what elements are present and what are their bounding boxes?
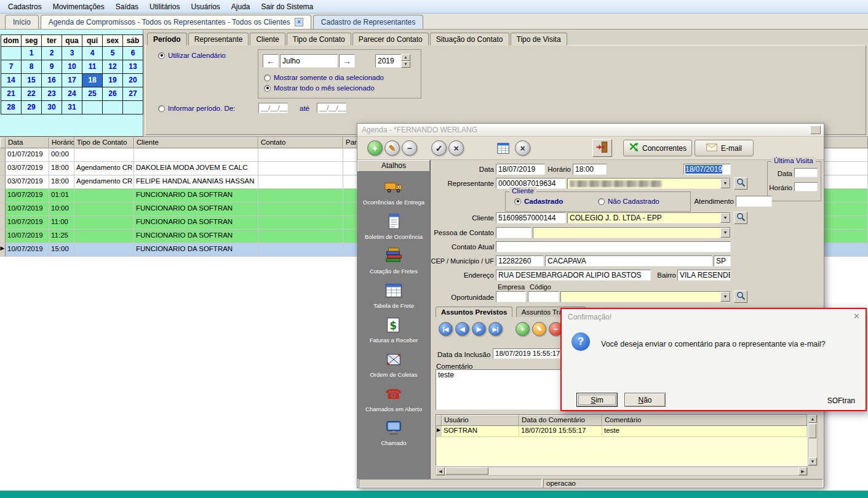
appointments-column-cliente[interactable]: Cliente	[134, 137, 258, 148]
calendar-day-29[interactable]: 29	[22, 101, 42, 114]
filter-tab-tipo-de-visita[interactable]: Tipo de Visita	[511, 33, 567, 46]
bairro-field[interactable]: VILA RESENDE	[677, 270, 731, 281]
cep-field[interactable]: 12282260	[496, 255, 544, 267]
calendar-day-26[interactable]: 26	[103, 87, 123, 101]
nao-cadastrado-radio[interactable]: Não Cadastrado	[598, 198, 659, 205]
dialog-close-icon[interactable]: ×	[854, 311, 859, 322]
calendar-day-3[interactable]: 3	[62, 47, 82, 60]
inform-period-radio[interactable]: Informar período. De:	[158, 105, 235, 112]
edit-comment-button[interactable]: ✎	[532, 322, 546, 336]
appointments-column-horario[interactable]: Horário	[49, 137, 74, 148]
next-month-button[interactable]: →	[339, 54, 355, 68]
calendar-day-31[interactable]: 31	[62, 101, 82, 114]
scroll-left-icon[interactable]: ◀	[436, 467, 445, 475]
oportunidade-search-button[interactable]	[734, 291, 747, 303]
shortcut-tabela-de-frete[interactable]: Tabela de Frete	[357, 281, 430, 310]
calendar-day-17[interactable]: 17	[62, 74, 82, 87]
calendar-day-1[interactable]: 1	[22, 47, 42, 60]
shortcut-boletim-de-ocorrencia[interactable]: Boletim de Ocorrência	[357, 212, 430, 241]
calendar-day-13[interactable]: 13	[123, 60, 143, 74]
comments-hscrollbar[interactable]: ◀ ▶	[436, 467, 808, 476]
no-button[interactable]: Não	[624, 393, 666, 407]
menu-item-utilitarios[interactable]: Utilitários	[144, 1, 185, 13]
vscroll-thumb[interactable]	[808, 424, 816, 438]
scroll-down-icon[interactable]: ▼	[808, 457, 817, 465]
municipio-field[interactable]: CACAPAVA	[545, 255, 712, 267]
appointments-column-contato[interactable]: Contato	[258, 137, 343, 148]
dropdown-arrow-icon[interactable]: ▼	[720, 228, 730, 238]
period-start-input[interactable]: __/__/____	[258, 103, 288, 113]
atendimento-field[interactable]	[736, 196, 772, 207]
period-end-input[interactable]: __/__/____	[317, 103, 346, 113]
menu-item-saidas[interactable]: Saídas	[110, 1, 144, 13]
menu-item-ajuda[interactable]: Ajuda	[226, 1, 256, 13]
exit-button[interactable]	[592, 139, 612, 157]
calendar-day-7[interactable]: 7	[1, 60, 22, 74]
confirm-button[interactable]: ✓	[431, 140, 447, 156]
calendar-day-23[interactable]: 23	[42, 87, 62, 101]
tab-close-icon[interactable]: ×	[295, 18, 303, 26]
menu-item-cadastros[interactable]: Cadastros	[2, 1, 47, 13]
horario-field[interactable]: 18:00	[573, 164, 607, 175]
comments-vscrollbar[interactable]: ▲ ▼	[808, 414, 818, 466]
calendar-day-8[interactable]: 8	[22, 60, 42, 74]
shortcut-ordem-de-coletas[interactable]: Ordem de Coletas	[357, 350, 430, 379]
cliente-search-button[interactable]	[734, 212, 747, 224]
comments-column-data[interactable]: Data do Comentário	[519, 415, 602, 426]
calendar-day-30[interactable]: 30	[42, 101, 62, 114]
first-record-button[interactable]: |◀	[439, 322, 453, 336]
email-button[interactable]: E-mail	[695, 140, 754, 156]
filter-tab-parecer-do-contato[interactable]: Parecer do Contato	[352, 33, 429, 46]
agenda-close-button[interactable]	[810, 126, 821, 134]
calendar-day-24[interactable]: 24	[62, 87, 82, 101]
menu-item-usuarios[interactable]: Usuários	[185, 1, 225, 13]
yes-button[interactable]: Sim	[576, 393, 618, 407]
calendar-day-18[interactable]: 18	[82, 74, 103, 87]
appointments-column-tipo-de-contato[interactable]: Tipo de Contato	[74, 137, 134, 148]
dropdown-arrow-icon[interactable]: ▼	[720, 179, 730, 188]
uf-field[interactable]: SP	[714, 255, 731, 267]
menu-item-movimentacoes[interactable]: Movimentações	[47, 1, 110, 13]
codigo-field[interactable]	[528, 291, 559, 302]
shortcut-chamados-em-aberto[interactable]: ☎Chamados em Aberto	[357, 385, 430, 413]
calendar-day-5[interactable]: 5	[103, 47, 123, 60]
calendar-day-14[interactable]: 14	[1, 74, 22, 87]
previous-record-button[interactable]: ◀	[455, 322, 469, 336]
calendar-day-2[interactable]: 2	[42, 47, 62, 60]
ultima-horario-field[interactable]	[794, 182, 818, 191]
cadastrado-radio[interactable]: Cadastrado	[514, 198, 563, 205]
oportunidade-combo[interactable]: ▼	[560, 291, 731, 302]
next-record-button[interactable]: ▶	[472, 322, 486, 336]
show-whole-month-radio[interactable]: Mostrar todo o mês selecionado	[264, 84, 375, 92]
delete-button[interactable]: −	[402, 140, 417, 156]
endereco-field[interactable]: RUA DESEMBARGADOR ALIPIO BASTOS	[496, 270, 651, 281]
close-circle-button[interactable]: ×	[515, 140, 530, 156]
ultima-data-field[interactable]	[794, 168, 818, 177]
tab-assuntos-previstos[interactable]: Assuntos Previstos	[436, 307, 512, 317]
tab-cadastro-representantes[interactable]: Cadastro de Representantes	[313, 15, 423, 29]
agenda-titlebar[interactable]: Agenda - *FERNANDO WERLANG	[357, 124, 824, 137]
calendar-day-12[interactable]: 12	[103, 60, 123, 74]
cliente-combo[interactable]: COLEGIO J. D. LTDA - EPP ▼	[567, 212, 731, 223]
calendar-day-10[interactable]: 10	[62, 60, 82, 74]
data-agendamento-field[interactable]: 18/07/2019	[683, 164, 731, 175]
comment-row[interactable]: ▶SOFTRAN18/07/2019 15:55:17teste	[436, 426, 807, 437]
contato-atual-field[interactable]	[496, 241, 731, 252]
filter-tab-periodo[interactable]: Período	[147, 33, 187, 46]
filter-tab-representante[interactable]: Representante	[188, 33, 249, 46]
filter-tab-cliente[interactable]: Cliente	[250, 33, 285, 46]
calendar-day-20[interactable]: 20	[123, 74, 143, 87]
calendar-day-25[interactable]: 25	[82, 87, 103, 101]
calendar-day-6[interactable]: 6	[123, 47, 143, 60]
calendar-day-22[interactable]: 22	[22, 87, 42, 101]
dropdown-arrow-icon[interactable]: ▼	[720, 292, 730, 302]
spinner-down-icon[interactable]: ▼	[401, 61, 410, 68]
calendar-day-21[interactable]: 21	[1, 87, 22, 101]
data-inclusao-field[interactable]: 18/07/2019 15:55:17	[493, 348, 562, 359]
calendar-day-27[interactable]: 27	[123, 87, 143, 101]
calendar-day-9[interactable]: 9	[42, 60, 62, 74]
scroll-up-icon[interactable]: ▲	[808, 415, 817, 423]
concorrentes-button[interactable]: Concorrentes	[623, 140, 692, 156]
add-comment-button[interactable]: +	[516, 322, 530, 336]
previous-month-button[interactable]: ←	[263, 54, 279, 68]
